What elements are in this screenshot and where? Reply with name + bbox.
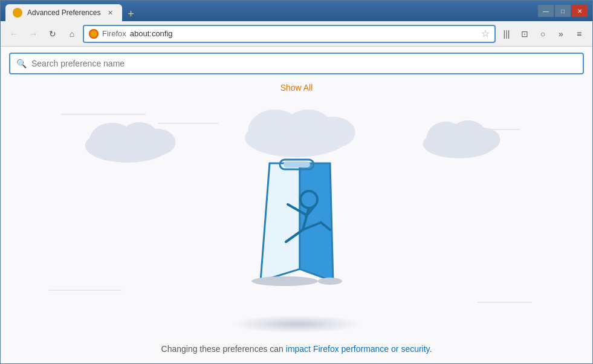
maximize-button[interactable]: □	[555, 5, 571, 17]
firefox-logo-icon	[89, 29, 99, 39]
address-url: about:config	[130, 29, 173, 38]
show-all-link[interactable]: Show All	[280, 83, 313, 93]
svg-point-23	[251, 276, 318, 286]
warning-sign	[236, 151, 357, 293]
tab-area: Advanced Preferences ✕ +	[5, 1, 538, 21]
bottom-text-before: Changing these preferences can	[161, 344, 286, 354]
active-tab[interactable]: Advanced Preferences ✕	[5, 4, 122, 21]
reload-button[interactable]: ↻	[44, 25, 61, 42]
menu-button[interactable]: ≡	[571, 25, 588, 42]
nav-right-icons: ||| ⊡ ○ » ≡	[498, 25, 588, 42]
titlebar: Advanced Preferences ✕ + — □ ✕	[1, 1, 592, 21]
page-content: 🔍 Show All	[1, 47, 592, 363]
svg-marker-12	[261, 163, 300, 281]
bottom-warning-text: Changing these preferences can impact Fi…	[161, 344, 432, 354]
browser-window: Advanced Preferences ✕ + — □ ✕ ← → ↻ ⌂ F…	[0, 0, 593, 364]
illustration-area: Changing these preferences can impact Fi…	[1, 93, 592, 363]
search-box[interactable]: 🔍	[9, 53, 584, 74]
svg-point-3	[140, 129, 176, 155]
svg-rect-15	[284, 161, 310, 167]
bottom-text-after: .	[430, 344, 432, 354]
svg-point-24	[318, 278, 342, 285]
back-button[interactable]: ←	[5, 25, 22, 42]
search-input[interactable]	[31, 59, 577, 68]
user-button[interactable]: ○	[534, 25, 551, 42]
ground-shadow	[230, 315, 363, 333]
overflow-button[interactable]: »	[552, 25, 569, 42]
home-button[interactable]: ⌂	[63, 25, 80, 42]
search-container: 🔍	[1, 47, 592, 80]
close-button[interactable]: ✕	[572, 5, 588, 17]
library-button[interactable]: |||	[498, 25, 515, 42]
bookmark-star-icon[interactable]: ☆	[481, 28, 490, 39]
navbar: ← → ↻ ⌂ Firefox about:config ☆ ||| ⊡ ○ »…	[1, 21, 592, 47]
impact-link[interactable]: impact Firefox performance or security	[286, 344, 430, 354]
forward-button[interactable]: →	[25, 25, 42, 42]
tab-favicon	[13, 8, 22, 18]
window-controls: — □ ✕	[538, 5, 588, 17]
minimize-button[interactable]: —	[538, 5, 554, 17]
tab-close-button[interactable]: ✕	[105, 8, 115, 18]
svg-point-11	[466, 128, 500, 152]
synced-tabs-button[interactable]: ⊡	[516, 25, 533, 42]
search-icon: 🔍	[16, 59, 27, 68]
new-tab-button[interactable]: +	[122, 7, 139, 21]
address-protocol: Firefox	[102, 29, 126, 38]
warning-sign-svg	[236, 151, 357, 290]
address-bar[interactable]: Firefox about:config ☆	[83, 25, 496, 43]
tab-title: Advanced Preferences	[27, 8, 100, 17]
svg-point-7	[309, 117, 355, 148]
